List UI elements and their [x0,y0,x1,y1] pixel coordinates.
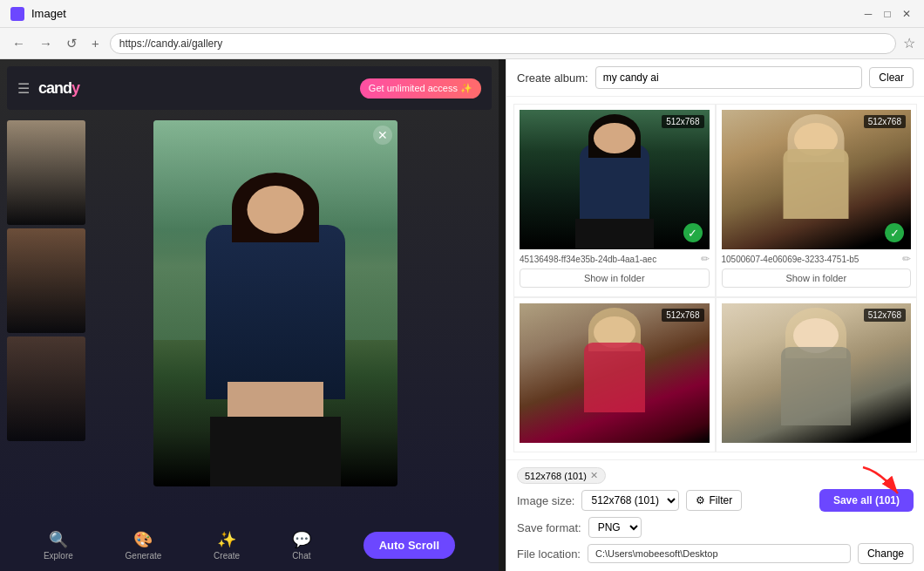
main-image[interactable]: ✕ [153,120,397,486]
red-arrow-annotation [854,463,907,498]
save-format-label: Save format: [517,521,581,534]
create-label: Create [214,551,240,561]
image-card-3: 512x768 [513,297,716,452]
explore-icon: 🔍 [49,530,68,549]
image-thumb-3[interactable]: 512x768 [520,303,710,443]
size-badge-1: 512x768 [662,115,703,128]
side-thumb-1[interactable] [7,120,85,225]
close-button[interactable]: ✕ [900,7,914,21]
filter-icon: ⚙ [696,494,705,506]
chat-label: Chat [292,551,310,561]
candy-cta-button[interactable]: Get unlimited access ✨ [360,78,481,99]
filename-row-2: 10500607-4e06069e-3233-4751-b5 ✏ [722,253,912,265]
minimize-button[interactable]: ─ [861,7,875,21]
back-button[interactable]: ← [9,34,29,52]
edit-icon-1[interactable]: ✏ [701,253,710,265]
image-size-label: Image size: [517,494,574,507]
candy-header: ☰ candy Get unlimited access ✨ [7,66,492,110]
size-save-row: Image size: 512x768 (101) ⚙ Filter Save … [517,489,914,512]
right-panel: Create album: Clear [506,59,924,571]
window-controls: ─ □ ✕ [861,7,914,21]
show-folder-btn-2[interactable]: Show in folder [722,269,912,288]
file-location-label: File location: [517,547,581,561]
check-badge-2: ✓ [885,223,904,242]
size-badge-2: 512x768 [864,115,906,128]
album-input[interactable] [595,66,863,89]
filename-2: 10500607-4e06069e-3233-4751-b5 [722,255,900,264]
image-thumb-2[interactable]: 512x768 ✓ [722,110,912,249]
file-location-row: File location: Change [517,543,914,564]
main-layout: ☰ candy Get unlimited access ✨ [0,59,924,571]
filename-row-1: 45136498-ff34e35b-24db-4aa1-aec ✏ [520,253,710,265]
size-badge-4: 512x768 [864,309,906,322]
address-bar[interactable]: https://candy.ai/gallery [110,33,896,54]
image-thumb-4[interactable]: 512x768 [722,303,912,443]
browser-chrome: ← → ↺ + https://candy.ai/gallery ☆ [0,28,924,59]
image-size-select[interactable]: 512x768 (101) [581,490,679,511]
titlebar-left: Imaget [10,7,66,21]
image-card-1: 512x768 ✓ 45136498-ff34e35b-24db-4aa1-ae… [513,104,716,297]
bottom-controls: 512x768 (101) ✕ Image size: 512x768 (101… [506,459,924,571]
filter-tag-1: 512x768 (101) ✕ [517,467,606,484]
side-thumb-3[interactable] [7,336,85,441]
app-title: Imaget [31,7,66,20]
album-row: Create album: Clear [506,59,924,97]
create-icon: ✨ [217,530,236,549]
forward-button[interactable]: → [36,34,56,52]
file-location-input[interactable] [588,544,851,563]
change-button[interactable]: Change [858,543,914,564]
image-card-2: 512x768 ✓ 10500607-4e06069e-3233-4751-b5… [716,104,918,297]
new-tab-button[interactable]: + [88,34,103,52]
reload-button[interactable]: ↺ [63,34,81,53]
filter-button[interactable]: ⚙ Filter [686,490,742,511]
image-card-4: 512x768 [716,297,918,452]
app-logo [10,7,24,21]
maximize-button[interactable]: □ [880,7,894,21]
toolbar-create[interactable]: ✨ Create [214,530,240,561]
image-thumb-1[interactable]: 512x768 ✓ [520,110,710,249]
viewer-background: ☰ candy Get unlimited access ✨ [0,59,499,519]
generate-label: Generate [126,551,162,561]
filter-tag-label: 512x768 (101) [525,471,587,481]
filter-label: Filter [709,494,732,506]
main-image-area: ✕ [96,120,455,519]
side-thumbnails [7,120,90,441]
bottom-toolbar: 🔍 Explore 🎨 Generate ✨ Create 💬 Chat Aut… [0,519,499,571]
edit-icon-2[interactable]: ✏ [902,253,911,265]
url-text: https://candy.ai/gallery [119,37,223,50]
bookmark-button[interactable]: ☆ [903,35,915,51]
filename-1: 45136498-ff34e35b-24db-4aa1-aec [520,255,697,264]
toolbar-generate[interactable]: 🎨 Generate [126,530,162,561]
check-badge-1: ✓ [683,223,703,242]
clear-button[interactable]: Clear [869,67,914,88]
toolbar-chat[interactable]: 💬 Chat [292,530,311,561]
image-grid: 512x768 ✓ 45136498-ff34e35b-24db-4aa1-ae… [506,97,924,459]
auto-scroll-button[interactable]: Auto Scroll [363,532,455,559]
chat-icon: 💬 [292,530,311,549]
format-row: Save format: PNG [517,517,914,538]
show-folder-btn-1[interactable]: Show in folder [520,269,710,288]
close-viewer-button[interactable]: ✕ [373,126,392,145]
side-thumb-2[interactable] [7,228,85,333]
hamburger-icon[interactable]: ☰ [17,80,30,97]
toolbar-explore[interactable]: 🔍 Explore [44,530,73,561]
format-select[interactable]: PNG [588,517,642,538]
remove-filter-tag[interactable]: ✕ [590,470,598,481]
explore-label: Explore [44,551,73,561]
candy-logo-text: candy [38,79,79,98]
titlebar: Imaget ─ □ ✕ [0,0,924,28]
generate-icon: 🎨 [133,530,153,549]
size-badge-3: 512x768 [662,309,703,322]
album-label: Create album: [517,71,588,85]
image-viewer-panel: ☰ candy Get unlimited access ✨ [0,59,506,571]
